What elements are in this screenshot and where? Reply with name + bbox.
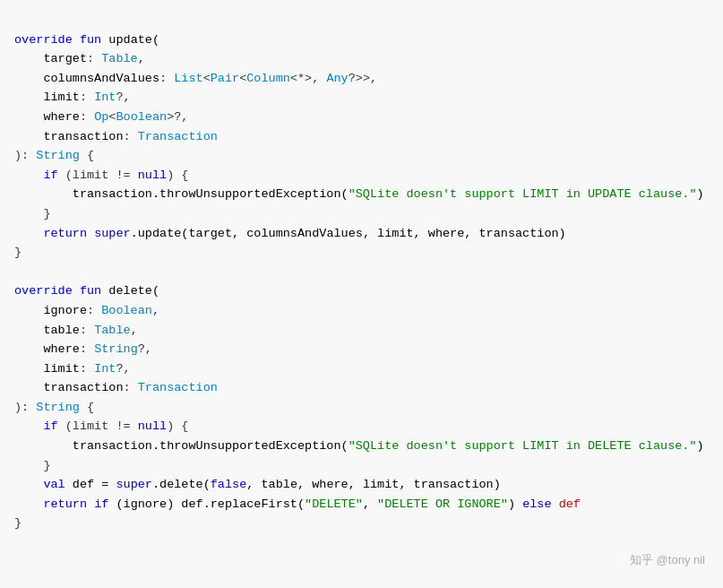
keyword-if-2: if (43, 419, 57, 433)
keyword-override-1: override (14, 33, 73, 47)
type-string-2: String (94, 342, 138, 356)
type-string-1: String (36, 149, 80, 162)
type-column: Column (246, 72, 290, 85)
keyword-super-1: super (94, 227, 131, 240)
type-string-3: String (36, 401, 80, 414)
keyword-false: false (211, 478, 247, 491)
keyword-return-2: return (43, 497, 87, 511)
keyword-fun-2: fun (80, 284, 101, 298)
type-any: Any (326, 72, 348, 85)
string-delete-or-ignore: "DELETE OR IGNORE" (377, 497, 508, 511)
type-int-2: Int (94, 362, 116, 376)
type-transaction-1: Transaction (138, 130, 218, 143)
type-boolean-1: Boolean (116, 110, 167, 124)
keyword-if-3: if (94, 497, 108, 511)
type-list: List (174, 72, 202, 85)
keyword-super-2: super (116, 478, 152, 491)
keyword-else: else (522, 497, 551, 511)
return-def: def (559, 497, 581, 511)
code-container: override fun update( target: Table, colu… (0, 0, 723, 588)
type-op-1: Op (94, 110, 108, 124)
keyword-fun-1: fun (80, 33, 101, 47)
type-table-1: Table (101, 52, 138, 65)
type-table-2: Table (94, 324, 131, 337)
keyword-override-2: override (14, 284, 73, 298)
type-pair: Pair (211, 72, 239, 85)
string-sqlite-limit-delete: "SQLite doesn't support LIMIT in DELETE … (349, 439, 697, 453)
watermark: 知乎 @tony nil (630, 551, 705, 570)
keyword-null-2: null (138, 419, 167, 433)
code-block: override fun update( target: Table, colu… (14, 11, 709, 553)
keyword-null-1: null (138, 169, 167, 182)
type-int-1: Int (94, 91, 116, 104)
type-transaction-2: Transaction (138, 381, 218, 394)
keyword-val: val (43, 478, 65, 491)
string-sqlite-limit-update: "SQLite doesn't support LIMIT in UPDATE … (349, 187, 697, 201)
type-boolean-2: Boolean (101, 304, 152, 317)
keyword-if-1: if (43, 169, 57, 182)
keyword-return-1: return (43, 227, 87, 240)
string-delete: "DELETE" (305, 497, 363, 511)
